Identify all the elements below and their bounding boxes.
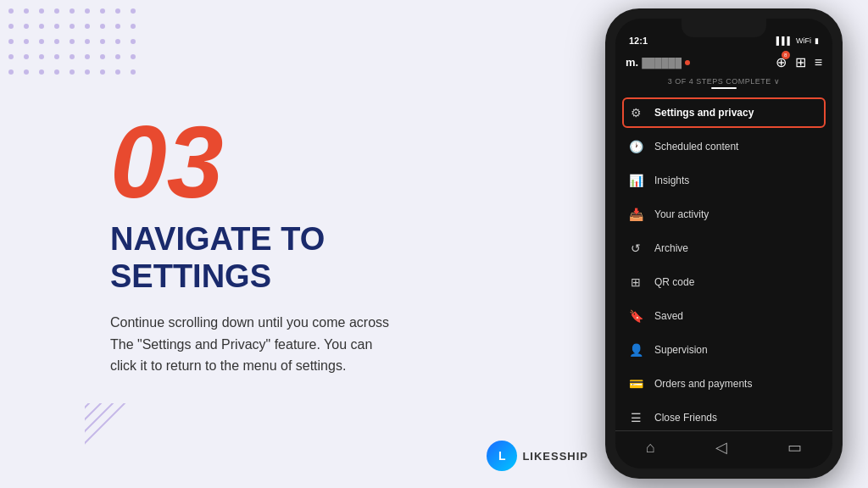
menu-label-orders: Orders and payments [654, 378, 752, 390]
wifi-icon: WiFi [796, 36, 811, 45]
username-dot [685, 60, 690, 65]
username-area: m. ██████ [626, 56, 690, 69]
menu-item-qr[interactable]: ⊞ QR code [615, 265, 832, 299]
step-number: 03 [110, 111, 500, 213]
insights-icon: 📊 [627, 172, 644, 189]
orders-icon: 💳 [627, 375, 644, 392]
menu-item-settings[interactable]: ⚙ Settings and privacy [615, 96, 832, 130]
bottom-home-icon[interactable]: ⌂ [646, 439, 655, 457]
steps-bar: 3 OF 4 STEPS COMPLETE ∨ [615, 75, 832, 92]
status-time: 12:1 [629, 36, 648, 46]
menu-label-settings: Settings and privacy [654, 107, 754, 119]
phone-frame: 12:1 ▌▌▌ WiFi ▮ m. ██████ ⊕ 8 [605, 8, 843, 479]
left-content-area: 03 NAVIGATE TO SETTINGS Continue scrolli… [0, 0, 500, 488]
menu-label-scheduled: Scheduled content [654, 141, 738, 152]
step-description: Continue scrolling down until you come a… [110, 312, 398, 377]
status-icons: ▌▌▌ WiFi ▮ [776, 36, 819, 45]
steps-progress-line [711, 87, 737, 89]
qr-icon: ⊞ [627, 274, 644, 291]
phone-screen: 12:1 ▌▌▌ WiFi ▮ m. ██████ ⊕ 8 [615, 19, 832, 469]
activity-icon: 📥 [627, 206, 644, 223]
menu-label-archive: Archive [654, 242, 688, 254]
scheduled-icon: 🕐 [627, 138, 644, 155]
phone-mockup: 12:1 ▌▌▌ WiFi ▮ m. ██████ ⊕ 8 [605, 8, 843, 479]
bottom-nav: ⌂ ◁ ▭ [615, 430, 832, 469]
username-text: m. [626, 56, 638, 69]
menu-item-saved[interactable]: 🔖 Saved [615, 299, 832, 333]
battery-icon: ▮ [815, 36, 819, 45]
step-title: NAVIGATE TO SETTINGS [110, 221, 500, 295]
menu-icon[interactable]: ≡ [815, 55, 822, 70]
steps-text: 3 OF 4 STEPS COMPLETE ∨ [615, 77, 832, 86]
menu-label-qr: QR code [654, 276, 694, 288]
phone-notch [682, 19, 766, 37]
menu-label-saved: Saved [654, 310, 683, 322]
archive-icon: ↺ [627, 240, 644, 257]
likesship-logo: L LIKESSHIP [487, 441, 588, 471]
menu-label-activity: Your activity [654, 208, 709, 220]
signal-icon: ▌▌▌ [776, 36, 793, 45]
menu-label-supervision: Supervision [654, 344, 708, 356]
close-friends-icon: ☰ [627, 409, 644, 426]
menu-list: ⚙ Settings and privacy 🕐 Scheduled conte… [615, 92, 832, 430]
bottom-square-icon[interactable]: ▭ [787, 438, 802, 457]
username-blurred: ██████ [642, 58, 682, 68]
saved-icon: 🔖 [627, 308, 644, 324]
menu-item-supervision[interactable]: 👤 Supervision [615, 333, 832, 367]
logo-text: LIKESSHIP [522, 450, 588, 463]
menu-item-insights[interactable]: 📊 Insights [615, 164, 832, 197]
add-icon[interactable]: ⊞ [795, 54, 806, 70]
notification-badge: 8 [782, 51, 790, 59]
supervision-icon: 👤 [627, 341, 644, 358]
logo-icon: L [487, 441, 517, 471]
app-topbar: m. ██████ ⊕ 8 ⊞ ≡ [615, 49, 832, 75]
settings-icon: ⚙ [627, 104, 644, 121]
menu-item-archive[interactable]: ↺ Archive [615, 231, 832, 265]
menu-item-scheduled[interactable]: 🕐 Scheduled content [615, 130, 832, 164]
topbar-icons: ⊕ 8 ⊞ ≡ [776, 54, 822, 70]
notifications-icon[interactable]: ⊕ 8 [776, 54, 787, 70]
menu-item-close-friends[interactable]: ☰ Close Friends [615, 401, 832, 430]
bottom-back-icon[interactable]: ◁ [715, 438, 727, 457]
menu-item-activity[interactable]: 📥 Your activity [615, 197, 832, 231]
menu-label-close-friends: Close Friends [654, 412, 717, 424]
menu-label-insights: Insights [654, 175, 689, 186]
menu-item-orders[interactable]: 💳 Orders and payments [615, 367, 832, 401]
